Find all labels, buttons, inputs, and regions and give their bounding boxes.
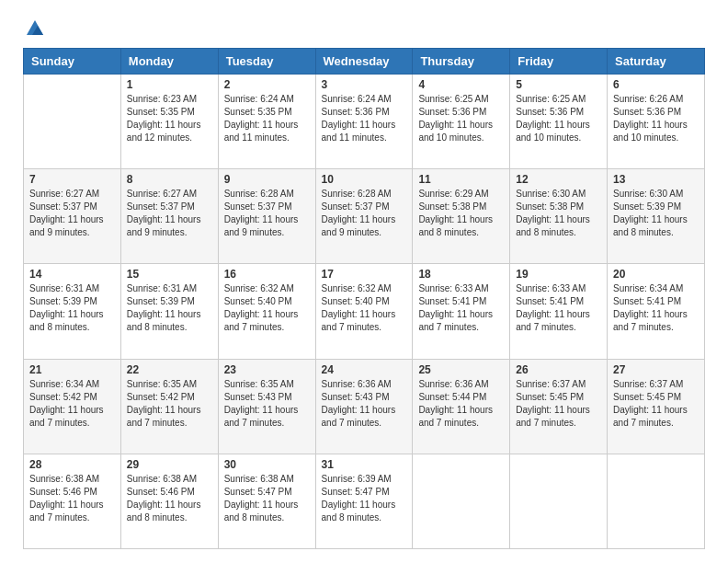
- day-number: 21: [29, 363, 115, 376]
- calendar-cell: 21Sunrise: 6:34 AMSunset: 5:42 PMDayligh…: [24, 359, 121, 454]
- day-number: 27: [613, 363, 699, 376]
- calendar-cell: 11Sunrise: 6:29 AMSunset: 5:38 PMDayligh…: [413, 169, 510, 264]
- day-info: Sunrise: 6:25 AMSunset: 5:36 PMDaylight:…: [516, 93, 601, 144]
- day-info: Sunrise: 6:37 AMSunset: 5:45 PMDaylight:…: [613, 378, 699, 430]
- calendar-cell: 17Sunrise: 6:32 AMSunset: 5:40 PMDayligh…: [315, 264, 413, 359]
- calendar-cell: 6Sunrise: 6:26 AMSunset: 5:36 PMDaylight…: [608, 75, 705, 169]
- day-number: 31: [322, 458, 407, 471]
- calendar-cell: 8Sunrise: 6:27 AMSunset: 5:37 PMDaylight…: [120, 169, 218, 264]
- day-header-wednesday: Wednesday: [315, 49, 413, 75]
- day-info: Sunrise: 6:30 AMSunset: 5:39 PMDaylight:…: [613, 188, 699, 239]
- logo-icon: [25, 18, 45, 39]
- calendar-cell: 4Sunrise: 6:25 AMSunset: 5:36 PMDaylight…: [413, 75, 510, 169]
- day-number: 6: [613, 78, 699, 91]
- day-info: Sunrise: 6:31 AMSunset: 5:39 PMDaylight:…: [127, 282, 212, 334]
- calendar-cell: 28Sunrise: 6:38 AMSunset: 5:46 PMDayligh…: [24, 454, 121, 548]
- day-number: 28: [29, 458, 115, 471]
- day-info: Sunrise: 6:39 AMSunset: 5:47 PMDaylight:…: [322, 473, 407, 524]
- calendar-cell: 30Sunrise: 6:38 AMSunset: 5:47 PMDayligh…: [218, 454, 315, 548]
- day-info: Sunrise: 6:24 AMSunset: 5:35 PMDaylight:…: [224, 93, 310, 144]
- day-number: 24: [322, 363, 407, 376]
- calendar-cell: 20Sunrise: 6:34 AMSunset: 5:41 PMDayligh…: [608, 264, 705, 359]
- day-number: 8: [127, 173, 212, 186]
- day-number: 26: [516, 363, 601, 376]
- day-number: 15: [127, 268, 212, 281]
- day-info: Sunrise: 6:30 AMSunset: 5:38 PMDaylight:…: [516, 188, 601, 239]
- day-number: 16: [224, 268, 310, 281]
- day-number: 4: [418, 78, 504, 91]
- calendar-week-row: 1Sunrise: 6:23 AMSunset: 5:35 PMDaylight…: [24, 75, 705, 169]
- day-info: Sunrise: 6:24 AMSunset: 5:36 PMDaylight:…: [322, 93, 407, 144]
- day-number: 11: [418, 173, 504, 186]
- calendar-cell: 16Sunrise: 6:32 AMSunset: 5:40 PMDayligh…: [218, 264, 315, 359]
- calendar-cell: 13Sunrise: 6:30 AMSunset: 5:39 PMDayligh…: [608, 169, 705, 264]
- calendar-cell: [24, 75, 121, 169]
- logo: [23, 18, 45, 39]
- calendar-cell: 25Sunrise: 6:36 AMSunset: 5:44 PMDayligh…: [413, 359, 510, 454]
- day-number: 10: [322, 173, 407, 186]
- calendar-week-row: 28Sunrise: 6:38 AMSunset: 5:46 PMDayligh…: [24, 454, 705, 548]
- day-number: 12: [516, 173, 601, 186]
- day-number: 19: [516, 268, 601, 281]
- day-info: Sunrise: 6:36 AMSunset: 5:44 PMDaylight:…: [418, 378, 504, 430]
- day-header-saturday: Saturday: [608, 49, 705, 75]
- day-number: 7: [29, 173, 115, 186]
- calendar-header-row: SundayMondayTuesdayWednesdayThursdayFrid…: [24, 49, 705, 75]
- day-header-monday: Monday: [120, 49, 218, 75]
- day-info: Sunrise: 6:33 AMSunset: 5:41 PMDaylight:…: [418, 282, 504, 334]
- day-number: 9: [224, 173, 310, 186]
- day-number: 30: [224, 458, 310, 471]
- day-info: Sunrise: 6:38 AMSunset: 5:46 PMDaylight:…: [127, 473, 212, 524]
- calendar-cell: 9Sunrise: 6:28 AMSunset: 5:37 PMDaylight…: [218, 169, 315, 264]
- day-info: Sunrise: 6:27 AMSunset: 5:37 PMDaylight:…: [127, 188, 212, 239]
- calendar-cell: 27Sunrise: 6:37 AMSunset: 5:45 PMDayligh…: [608, 359, 705, 454]
- header: [23, 18, 705, 39]
- day-number: 25: [418, 363, 504, 376]
- calendar-cell: 19Sunrise: 6:33 AMSunset: 5:41 PMDayligh…: [510, 264, 608, 359]
- day-number: 5: [516, 78, 601, 91]
- day-number: 22: [127, 363, 212, 376]
- day-info: Sunrise: 6:33 AMSunset: 5:41 PMDaylight:…: [516, 282, 601, 334]
- day-info: Sunrise: 6:35 AMSunset: 5:42 PMDaylight:…: [127, 378, 212, 430]
- day-info: Sunrise: 6:29 AMSunset: 5:38 PMDaylight:…: [418, 188, 504, 239]
- day-info: Sunrise: 6:34 AMSunset: 5:42 PMDaylight:…: [29, 378, 115, 430]
- calendar-week-row: 7Sunrise: 6:27 AMSunset: 5:37 PMDaylight…: [24, 169, 705, 264]
- calendar-week-row: 21Sunrise: 6:34 AMSunset: 5:42 PMDayligh…: [24, 359, 705, 454]
- calendar-cell: 29Sunrise: 6:38 AMSunset: 5:46 PMDayligh…: [120, 454, 218, 548]
- calendar-cell: 5Sunrise: 6:25 AMSunset: 5:36 PMDaylight…: [510, 75, 608, 169]
- calendar-cell: 31Sunrise: 6:39 AMSunset: 5:47 PMDayligh…: [315, 454, 413, 548]
- calendar-cell: 18Sunrise: 6:33 AMSunset: 5:41 PMDayligh…: [413, 264, 510, 359]
- day-info: Sunrise: 6:34 AMSunset: 5:41 PMDaylight:…: [613, 282, 699, 334]
- calendar-cell: 23Sunrise: 6:35 AMSunset: 5:43 PMDayligh…: [218, 359, 315, 454]
- calendar-cell: 7Sunrise: 6:27 AMSunset: 5:37 PMDaylight…: [24, 169, 121, 264]
- calendar-cell: 3Sunrise: 6:24 AMSunset: 5:36 PMDaylight…: [315, 75, 413, 169]
- calendar-cell: 2Sunrise: 6:24 AMSunset: 5:35 PMDaylight…: [218, 75, 315, 169]
- day-number: 23: [224, 363, 310, 376]
- calendar-table: SundayMondayTuesdayWednesdayThursdayFrid…: [23, 48, 705, 549]
- day-header-sunday: Sunday: [24, 49, 121, 75]
- day-number: 18: [418, 268, 504, 281]
- day-info: Sunrise: 6:23 AMSunset: 5:35 PMDaylight:…: [127, 93, 212, 144]
- day-number: 13: [613, 173, 699, 186]
- calendar-cell: 14Sunrise: 6:31 AMSunset: 5:39 PMDayligh…: [24, 264, 121, 359]
- day-info: Sunrise: 6:27 AMSunset: 5:37 PMDaylight:…: [29, 188, 115, 239]
- day-info: Sunrise: 6:32 AMSunset: 5:40 PMDaylight:…: [224, 282, 310, 334]
- calendar-cell: 26Sunrise: 6:37 AMSunset: 5:45 PMDayligh…: [510, 359, 608, 454]
- day-number: 1: [127, 78, 212, 91]
- day-number: 20: [613, 268, 699, 281]
- day-header-friday: Friday: [510, 49, 608, 75]
- day-info: Sunrise: 6:28 AMSunset: 5:37 PMDaylight:…: [322, 188, 407, 239]
- day-number: 14: [29, 268, 115, 281]
- day-info: Sunrise: 6:25 AMSunset: 5:36 PMDaylight:…: [418, 93, 504, 144]
- calendar-cell: [510, 454, 608, 548]
- calendar-cell: 1Sunrise: 6:23 AMSunset: 5:35 PMDaylight…: [120, 75, 218, 169]
- day-info: Sunrise: 6:31 AMSunset: 5:39 PMDaylight:…: [29, 282, 115, 334]
- calendar-cell: 24Sunrise: 6:36 AMSunset: 5:43 PMDayligh…: [315, 359, 413, 454]
- calendar-cell: [608, 454, 705, 548]
- calendar-cell: 10Sunrise: 6:28 AMSunset: 5:37 PMDayligh…: [315, 169, 413, 264]
- calendar-week-row: 14Sunrise: 6:31 AMSunset: 5:39 PMDayligh…: [24, 264, 705, 359]
- day-info: Sunrise: 6:38 AMSunset: 5:46 PMDaylight:…: [29, 473, 115, 524]
- calendar-cell: 12Sunrise: 6:30 AMSunset: 5:38 PMDayligh…: [510, 169, 608, 264]
- calendar-page: SundayMondayTuesdayWednesdayThursdayFrid…: [0, 0, 728, 563]
- day-header-tuesday: Tuesday: [218, 49, 315, 75]
